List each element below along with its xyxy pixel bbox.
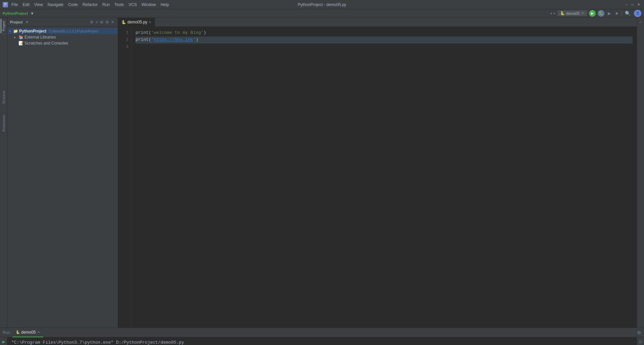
project-panel-header: Project ▼ ⚙ ≡ ⊞ ⚙ ✕ (7, 17, 118, 27)
sidebar-tab-structure[interactable]: Structure (1, 88, 6, 106)
main-layout: Project Structure Bookmarks Project ▼ ⚙ … (0, 17, 644, 328)
code-print-1: print( (136, 29, 151, 37)
code-str-quote-open: ' (151, 37, 154, 44)
terminal-output: "C:\Program Files\Python3.7\python.exe" … (7, 337, 637, 345)
tree-root-path: D:/demo05-2.5.3.1/PythonProject (49, 29, 98, 33)
code-str-1: 'welcome to my Blog' (151, 29, 204, 37)
editor-tabs: 🐍 demo05.py ✕ (118, 17, 637, 27)
run-tabs-bar: Run: 🐍 demo05 ✕ ⚙ (0, 328, 644, 337)
scratches-icon: 📝 (18, 41, 23, 46)
line-number-1: 1 (118, 29, 131, 37)
code-line-2: print('https://5hx.ink') (136, 37, 633, 44)
terminal-cmd-text: "C:\Program Files\Python3.7\python.exe" … (11, 339, 184, 345)
tab-close-icon[interactable]: ✕ (149, 20, 151, 24)
debug-button[interactable]: 🐛 (598, 10, 604, 17)
menu-vcs[interactable]: VCS (126, 2, 139, 8)
menu-refactor[interactable]: Refactor (80, 2, 100, 8)
sidebar-divider (1, 34, 6, 34)
run-tab-close-icon[interactable]: ✕ (37, 330, 40, 334)
close-button[interactable]: ✕ (636, 2, 641, 7)
project-breadcrumb[interactable]: PythonProject (3, 11, 28, 15)
editor-tab-demo05[interactable]: 🐍 demo05.py ✕ (118, 18, 155, 26)
bottom-right-tools: ⊡ (637, 337, 644, 345)
tree-external-libs-label: External Libraries (24, 35, 56, 40)
menu-run[interactable]: Run (100, 2, 112, 8)
run-tab-demo05[interactable]: 🐍 demo05 ✕ (12, 328, 43, 337)
folder-icon: 📁 (13, 29, 18, 33)
line-number-2: 2 (118, 37, 131, 44)
run-config-dropdown[interactable]: ▼ (31, 11, 34, 15)
window-controls: – □ ✕ (624, 2, 641, 7)
menu-tools[interactable]: Tools (112, 2, 126, 8)
user-avatar[interactable]: 👤 (634, 10, 641, 17)
panel-gear-icon[interactable]: ⚙ (89, 19, 94, 25)
tab-filename: demo05.py (127, 20, 147, 24)
titlebar: P File Edit View Navigate Code Refactor … (0, 0, 644, 9)
menu-file[interactable]: File (9, 2, 20, 8)
minimize-button[interactable]: – (624, 2, 629, 7)
run-config-name: demo05 (566, 11, 580, 15)
run-tool-play-icon[interactable]: ▶ (1, 339, 7, 345)
bottom-panel: Run: 🐍 demo05 ✕ ⚙ ▶ ↩ ■ ✕ ⚙ 📌 🗑 "C:\Prog… (0, 328, 644, 345)
toolbar-forward-icon[interactable]: ▸ (554, 11, 555, 15)
menu-view[interactable]: View (32, 2, 45, 8)
run-panel-gear-icon[interactable]: ⚙ (637, 330, 641, 335)
app-icon: P (3, 2, 8, 7)
run-label: Run: (3, 330, 11, 335)
run-button[interactable]: ▶ (589, 10, 596, 17)
panel-title: Project (10, 20, 22, 24)
run-content: ▶ ↩ ■ ✕ ⚙ 📌 🗑 "C:\Program Files\Python3.… (0, 337, 644, 345)
code-area: 1 2 3 print('welcome to my Blog') print(… (118, 27, 637, 328)
code-str-quote-close: ' (193, 37, 196, 44)
line-number-3: 3 (118, 44, 131, 51)
code-content[interactable]: print('welcome to my Blog') print('https… (131, 27, 637, 328)
code-line-3 (136, 44, 633, 51)
editor-area: 🐍 demo05.py ✕ 1 2 3 print('welcome to my… (118, 17, 637, 328)
sidebar-tab-project[interactable]: Project (1, 19, 6, 33)
menu-help[interactable]: Help (159, 2, 171, 8)
run-left-tools: ▶ ↩ ■ ✕ ⚙ 📌 🗑 (0, 337, 7, 345)
panel-close-icon[interactable]: ✕ (110, 19, 115, 25)
code-url: https://5hx.ink (154, 37, 193, 44)
code-print-2: print( (136, 37, 151, 44)
project-panel: Project ▼ ⚙ ≡ ⊞ ⚙ ✕ ▼ 📁 PythonProject D:… (7, 17, 118, 328)
tree-root-item[interactable]: ▼ 📁 PythonProject D:/demo05-2.5.3.1/Pyth… (7, 28, 118, 34)
run-toolbar: ◂ ▸ 🐍 demo05 ▼ ▶ 🐛 ▶ ■ 🔍 👤 (550, 9, 641, 17)
run-config-arrow: ▼ (581, 11, 584, 15)
menu-edit[interactable]: Edit (20, 2, 32, 8)
sidebar-tab-bookmarks[interactable]: Bookmarks (1, 113, 6, 134)
tree-children: ▶ 📚 External Libraries 📝 Scratches and C… (7, 34, 118, 46)
code-paren-2: ) (196, 37, 198, 44)
search-button[interactable]: 🔍 (624, 9, 632, 17)
panel-expand-icon[interactable]: ⊞ (99, 19, 104, 25)
python-icon: 🐍 (560, 11, 565, 15)
toolbar-back-icon[interactable]: ◂ (550, 11, 552, 15)
code-paren-1: ) (204, 29, 206, 37)
run-tab-name: demo05 (21, 330, 36, 335)
tree-arrow-root: ▼ (9, 30, 12, 33)
tree-scratches-label: Scratches and Consoles (24, 41, 68, 46)
panel-dropdown[interactable]: ▼ (25, 20, 29, 24)
menu-bar: File Edit View Navigate Code Refactor Ru… (9, 2, 171, 8)
run-coverage-button[interactable]: ▶ (606, 10, 612, 16)
maximize-button[interactable]: □ (630, 2, 635, 7)
tree-root-label: PythonProject (19, 29, 46, 33)
tree-external-libs[interactable]: ▶ 📚 External Libraries (13, 34, 118, 40)
bottom-right-icon-1[interactable]: ⊡ (638, 339, 644, 345)
panel-toolbar: ⚙ ≡ ⊞ ⚙ ✕ (89, 19, 115, 25)
titlebar-left: P File Edit View Navigate Code Refactor … (3, 2, 171, 8)
tree-scratches[interactable]: 📝 Scratches and Consoles (13, 40, 118, 46)
left-sidebar-icons: Project Structure Bookmarks (0, 17, 7, 328)
menu-navigate[interactable]: Navigate (46, 2, 65, 8)
menu-code[interactable]: Code (66, 2, 80, 8)
panel-settings-icon[interactable]: ⚙ (105, 19, 110, 25)
run-config-box[interactable]: 🐍 demo05 ▼ (557, 10, 587, 16)
stop-button[interactable]: ■ (614, 10, 619, 16)
python-file-icon: 🐍 (121, 20, 126, 24)
tree-arrow-external: ▶ (14, 36, 17, 39)
right-structure-sidebar: ✓ (637, 17, 644, 328)
menu-window[interactable]: Window (140, 2, 158, 8)
structure-icon-1[interactable]: ✓ (637, 19, 644, 25)
panel-collapse-icon[interactable]: ≡ (95, 19, 99, 25)
code-line-1: print('welcome to my Blog') (136, 29, 633, 37)
